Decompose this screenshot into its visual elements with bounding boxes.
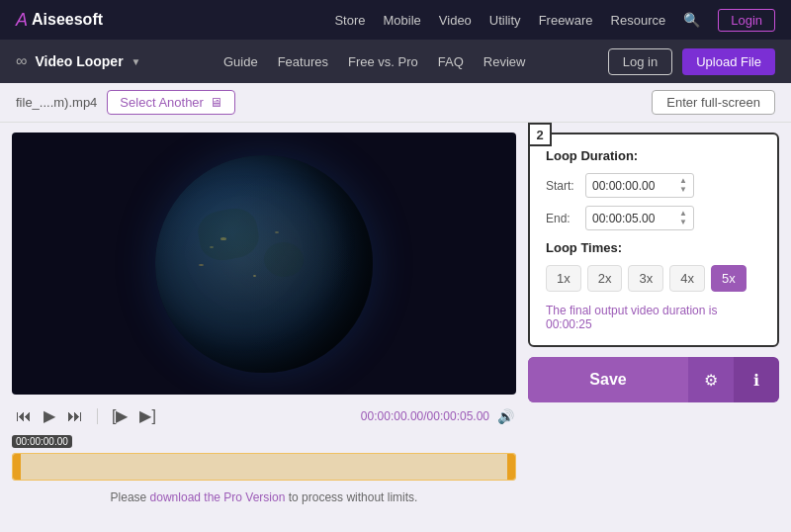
utility-link[interactable]: Utility	[489, 13, 521, 28]
output-duration-value: 00:00:25	[546, 317, 592, 331]
logo-text: Aiseesoft	[32, 11, 103, 29]
download-pro-link[interactable]: download the Pro Version	[150, 490, 286, 504]
end-time-row: End: 00:00:05.00 ▲ ▼	[546, 206, 761, 230]
loop-times-label: Loop Times:	[546, 240, 761, 255]
start-time-down[interactable]: ▼	[679, 186, 687, 194]
fullscreen-button[interactable]: Enter full-screen	[652, 90, 775, 115]
freeware-link[interactable]: Freeware	[539, 13, 593, 28]
download-notice: Please download the Pro Version to proce…	[12, 490, 516, 504]
faq-link[interactable]: FAQ	[438, 54, 464, 69]
end-time-down[interactable]: ▼	[679, 219, 687, 226]
resource-link[interactable]: Resource	[611, 13, 666, 28]
end-time-value: 00:00:05.00	[592, 212, 655, 225]
log-in-button[interactable]: Log in	[608, 48, 672, 75]
timeline-handle-right[interactable]	[507, 454, 515, 480]
timeline-bar[interactable]	[12, 453, 516, 481]
loop-duration-label: Loop Duration:	[546, 148, 761, 163]
second-navigation: ∞ Video Looper ▼ Guide Features Free vs.…	[0, 40, 791, 83]
mark-out-button[interactable]: ▶]	[137, 404, 157, 427]
top-navigation: A Aiseesoft Store Mobile Video Utility F…	[0, 0, 791, 40]
loop-settings-panel: 2 Loop Duration: Start: 00:00:00.00 ▲ ▼ …	[528, 133, 779, 347]
upload-file-button[interactable]: Upload File	[682, 48, 775, 75]
loop-3x-button[interactable]: 3x	[628, 265, 663, 292]
loop-times-section: Loop Times: 1x 2x 3x 4x 5x	[546, 240, 761, 292]
start-label: Start:	[546, 179, 585, 193]
total-time: /00:00:05.00	[423, 409, 489, 423]
start-time-row: Start: 00:00:00.00 ▲ ▼	[546, 173, 761, 198]
guide-link[interactable]: Guide	[223, 54, 258, 69]
output-text: The final output video duration is	[546, 304, 717, 317]
features-link[interactable]: Features	[278, 54, 328, 69]
video-controls: ⏮ ▶ ⏭ [▶ ▶] 00:00:00.00/00:00:05.00 🔊	[12, 400, 516, 431]
video-panel: ⏮ ▶ ⏭ [▶ ▶] 00:00:00.00/00:00:05.00 🔊 00…	[12, 133, 516, 522]
save-info-button[interactable]: ℹ	[734, 357, 779, 402]
toolbar: file_....m).mp4 Select Another 🖥 Enter f…	[0, 83, 791, 123]
mark-in-button[interactable]: [▶	[110, 404, 130, 427]
file-name: file_....m).mp4	[16, 95, 97, 110]
loop-5x-button[interactable]: 5x	[711, 265, 747, 292]
loop-4x-button[interactable]: 4x	[669, 265, 705, 292]
timeline-time-label: 00:00:00.00	[12, 435, 72, 448]
logo: A Aiseesoft	[16, 10, 103, 31]
download-text-before: Please	[111, 490, 150, 504]
save-settings-button[interactable]: ⚙	[688, 357, 734, 402]
logo-icon: A	[16, 10, 28, 31]
app-title: Video Looper	[35, 53, 123, 69]
save-button[interactable]: Save	[528, 357, 688, 402]
login-button[interactable]: Login	[718, 9, 775, 32]
loop-2x-button[interactable]: 2x	[587, 265, 623, 292]
free-vs-pro-link[interactable]: Free vs. Pro	[348, 54, 418, 69]
monitor-icon: 🖥	[210, 95, 222, 110]
select-another-button[interactable]: Select Another 🖥	[107, 90, 235, 115]
download-text-after: to process without limits.	[285, 490, 417, 504]
settings-icon: ⚙	[704, 372, 718, 389]
right-panel: 2 Loop Duration: Start: 00:00:00.00 ▲ ▼ …	[528, 133, 779, 522]
main-content: ⏮ ▶ ⏭ [▶ ▶] 00:00:00.00/00:00:05.00 🔊 00…	[0, 123, 791, 532]
video-thumbnail	[155, 155, 373, 373]
time-display: 00:00:00.00/00:00:05.00	[361, 409, 489, 423]
controls-divider	[97, 408, 98, 424]
timeline-area: 00:00:00.00	[12, 437, 516, 481]
start-time-spinners: ▲ ▼	[679, 177, 687, 194]
select-another-label: Select Another	[120, 95, 204, 110]
panel-badge: 2	[528, 123, 552, 146]
video-display[interactable]	[12, 133, 516, 395]
volume-icon[interactable]: 🔊	[497, 408, 514, 424]
end-time-spinners: ▲ ▼	[679, 210, 687, 226]
start-time-input[interactable]: 00:00:00.00 ▲ ▼	[585, 173, 694, 198]
top-nav-links: Store Mobile Video Utility Freeware Reso…	[334, 9, 775, 32]
review-link[interactable]: Review	[483, 54, 526, 69]
start-time-value: 00:00:00.00	[592, 179, 655, 193]
store-link[interactable]: Store	[334, 13, 365, 28]
end-time-input[interactable]: 00:00:05.00 ▲ ▼	[585, 206, 694, 230]
loop-1x-button[interactable]: 1x	[546, 265, 581, 292]
timeline-handle-left[interactable]	[13, 454, 21, 480]
app-title-area: ∞ Video Looper ▼	[16, 52, 141, 70]
save-bar: Save ⚙ ℹ	[528, 357, 779, 402]
dropdown-icon[interactable]: ▼	[132, 56, 141, 67]
current-time: 00:00:00.00	[361, 409, 423, 423]
play-button[interactable]: ▶	[42, 404, 57, 427]
toolbar-left: file_....m).mp4 Select Another 🖥	[16, 90, 235, 115]
mobile-link[interactable]: Mobile	[384, 13, 421, 28]
end-time-up[interactable]: ▲	[679, 210, 687, 218]
end-label: End:	[546, 212, 585, 225]
output-duration: The final output video duration is 00:00…	[546, 304, 761, 331]
info-icon: ℹ	[753, 372, 759, 389]
second-nav-links: Guide Features Free vs. Pro FAQ Review	[223, 54, 525, 69]
skip-forward-button[interactable]: ⏭	[65, 405, 85, 427]
skip-back-button[interactable]: ⏮	[14, 405, 34, 427]
search-icon[interactable]: 🔍	[683, 12, 700, 28]
loop-icon: ∞	[16, 52, 27, 70]
start-time-up[interactable]: ▲	[679, 177, 687, 185]
second-nav-right: Log in Upload File	[608, 48, 775, 75]
loop-times-buttons: 1x 2x 3x 4x 5x	[546, 265, 761, 292]
video-link[interactable]: Video	[439, 13, 472, 28]
